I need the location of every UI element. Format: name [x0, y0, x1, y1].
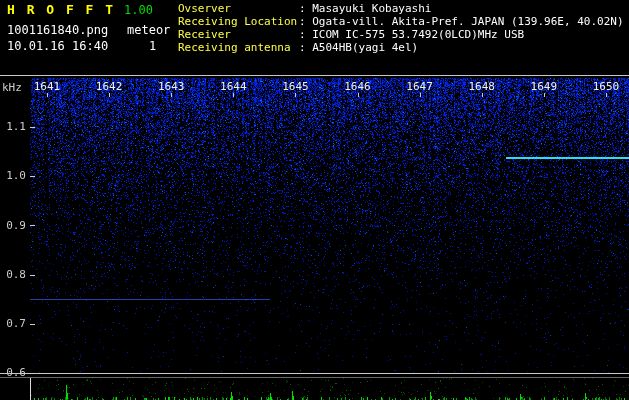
time-tick-label: 1643	[156, 81, 186, 93]
app-title: H R O F F T	[7, 3, 115, 17]
spectrogram-canvas	[0, 0, 629, 400]
time-tick-label: 1645	[280, 81, 310, 93]
info-label-location: Receiving Location	[178, 16, 299, 28]
info-value-location: : Ogata-vill. Akita-Pref. JAPAN (139.96E…	[299, 15, 624, 28]
mode-label: meteor	[127, 24, 170, 37]
time-tick-label: 1650	[591, 81, 621, 93]
info-row-observer: Ovserver: Masayuki Kobayashi	[178, 3, 431, 15]
info-row-location: Receiving Location: Ogata-vill. Akita-Pr…	[178, 16, 624, 28]
time-tick-label: 1644	[218, 81, 248, 93]
info-value-observer: : Masayuki Kobayashi	[299, 2, 431, 15]
info-value-antenna: : A504HB(yagi 4el)	[299, 41, 418, 54]
info-label-receiver: Receiver	[178, 29, 299, 41]
time-tick-label: 1647	[405, 81, 435, 93]
info-row-receiver: Receiver: ICOM IC-575 53.7492(0LCD)MHz U…	[178, 29, 524, 41]
info-value-receiver: : ICOM IC-575 53.7492(0LCD)MHz USB	[299, 28, 524, 41]
freq-tick-label: 0.9	[0, 220, 26, 232]
time-tick-label: 1648	[467, 81, 497, 93]
info-label-observer: Ovserver	[178, 3, 299, 15]
info-row-antenna: Receiving antenna: A504HB(yagi 4el)	[178, 42, 418, 54]
freq-tick-label: 1.0	[0, 170, 26, 182]
freq-tick-label: 0.7	[0, 318, 26, 330]
datetime: 10.01.16 16:40	[7, 40, 108, 53]
app-version: 1.00	[124, 4, 153, 17]
info-label-antenna: Receiving antenna	[178, 42, 299, 54]
time-tick-label: 1642	[94, 81, 124, 93]
meteor-count: 1	[149, 40, 156, 53]
hrofft-screen: H R O F F T 1.00 1001161840.png meteor 1…	[0, 0, 629, 400]
file-name: 1001161840.png	[7, 24, 108, 37]
freq-tick-label: 1.1	[0, 121, 26, 133]
freq-tick-label: 0.6	[0, 367, 26, 379]
time-tick-label: 1641	[32, 81, 62, 93]
freq-tick-label: 0.8	[0, 269, 26, 281]
freq-axis-unit: kHz	[2, 82, 22, 94]
time-tick-label: 1649	[529, 81, 559, 93]
time-tick-label: 1646	[343, 81, 373, 93]
